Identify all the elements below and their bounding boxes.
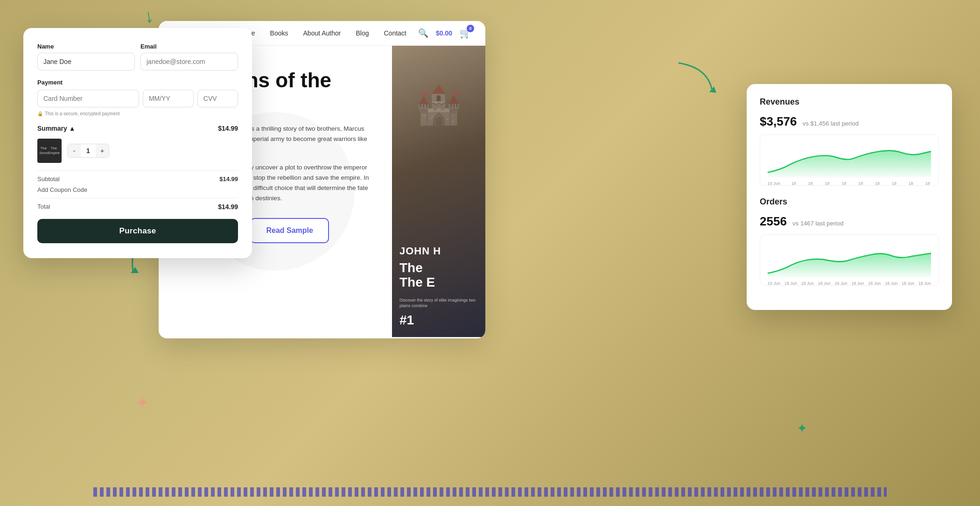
cart-icon-wrap: 🛒 0: [460, 28, 471, 39]
book-cover-title: The The E: [399, 261, 478, 290]
book-rank: #1: [399, 313, 478, 328]
cart-price[interactable]: $0.00: [436, 29, 452, 37]
orders-compare: vs 1467 last period: [792, 220, 843, 227]
book-cover-author: JOHN H: [399, 245, 478, 257]
orders-metric-row: 2556 vs 1467 last period: [760, 214, 939, 229]
book-cover-sub: Discover the story of elite imaginings t…: [399, 297, 478, 309]
checkout-card: Name Email Payment This is a secure, enc…: [23, 28, 252, 258]
star-decor: ✦: [135, 393, 149, 413]
book-cover-bg: 🏰 JOHN H The The E Discover the story of…: [392, 46, 485, 337]
read-sample-button[interactable]: Read Sample: [250, 218, 329, 243]
qty-value: 1: [81, 147, 96, 155]
orders-value: 2556: [760, 214, 787, 228]
subtotal-row: Subtotal $14.99: [37, 176, 238, 183]
email-input[interactable]: [140, 53, 238, 70]
divider-2: [37, 198, 238, 198]
qty-increase-button[interactable]: +: [96, 144, 109, 157]
search-icon[interactable]: 🔍: [418, 28, 428, 38]
name-label: Name: [37, 43, 135, 50]
card-cvv-input[interactable]: [197, 90, 238, 107]
revenues-chart-labels: 15 Jun 18Jun 18Jun 18Jun 18Jun 18Jun 18J…: [768, 181, 931, 186]
qty-decrease-button[interactable]: -: [68, 144, 81, 157]
card-number-group: [37, 90, 139, 107]
card-number-input[interactable]: [37, 90, 139, 107]
svg-marker-0: [131, 267, 139, 273]
subtotal-label: Subtotal: [37, 176, 60, 183]
revenues-chart-svg: [768, 142, 931, 177]
book-thumbnail: The Sons The Empire: [37, 139, 62, 163]
purchase-button[interactable]: Purchase: [37, 219, 238, 243]
secure-note: This is a secure, encrypted payment: [37, 111, 238, 116]
email-label: Email: [140, 43, 238, 50]
card-exp-input[interactable]: [143, 90, 194, 107]
orders-chart-labels: 15 Jun 18 Jun 18 Jun 18 Jun 18 Jun 18 Ju…: [768, 281, 931, 286]
castle-silhouette: 🏰: [392, 83, 485, 127]
revenues-value: $3,576: [760, 114, 797, 128]
nav-links: Home Books About Author Blog Contact: [238, 29, 406, 37]
coupon-link[interactable]: Add Coupon Code: [37, 186, 87, 193]
payment-label: Payment: [37, 79, 238, 86]
revenues-compare: vs $1,456 last period: [803, 120, 859, 127]
book-cover-panel: 🏰 JOHN H The The E Discover the story of…: [392, 46, 485, 337]
total-row: Total $14.99: [37, 203, 238, 211]
orders-title: Orders: [760, 197, 939, 207]
nav-blog[interactable]: Blog: [356, 29, 369, 37]
sparkle-decor: ✦: [797, 421, 807, 436]
svg-marker-1: [709, 86, 716, 93]
total-value: $14.99: [218, 203, 238, 211]
coupon-row: Add Coupon Code: [37, 186, 238, 193]
name-field-group: Name: [37, 43, 135, 70]
quantity-control: - 1 +: [67, 144, 109, 158]
divider-1: [37, 170, 238, 171]
name-input[interactable]: [37, 53, 135, 70]
subtotal-value: $14.99: [219, 176, 238, 183]
orders-chart: 15 Jun 18 Jun 18 Jun 18 Jun 18 Jun 18 Ju…: [760, 234, 939, 286]
nav-right: 🔍 $0.00 🛒 0: [418, 28, 471, 39]
card-cvv-group: [197, 90, 238, 107]
revenues-metric-row: $3,576 vs $1,456 last period: [760, 114, 939, 129]
card-exp-group: [143, 90, 194, 107]
nav-contact[interactable]: Contact: [384, 29, 406, 37]
nav-books[interactable]: Books: [270, 29, 288, 37]
revenues-chart: 15 Jun 18Jun 18Jun 18Jun 18Jun 18Jun 18J…: [760, 134, 939, 186]
summary-total-top: $14.99: [218, 125, 238, 132]
revenues-title: Revenues: [760, 97, 939, 107]
cart-badge: 0: [467, 25, 474, 32]
analytics-card: Revenues $3,576 vs $1,456 last period 15…: [747, 84, 952, 310]
arrow-right-decor: [674, 58, 721, 96]
email-field-group: Email: [140, 43, 238, 70]
summary-label: Summary ▲: [37, 125, 76, 132]
bars-decor: [93, 487, 887, 497]
summary-item-row: The Sons The Empire - 1 +: [37, 139, 238, 163]
total-label: Total: [37, 203, 50, 211]
orders-chart-svg: [768, 242, 931, 277]
nav-about-author[interactable]: About Author: [303, 29, 341, 37]
